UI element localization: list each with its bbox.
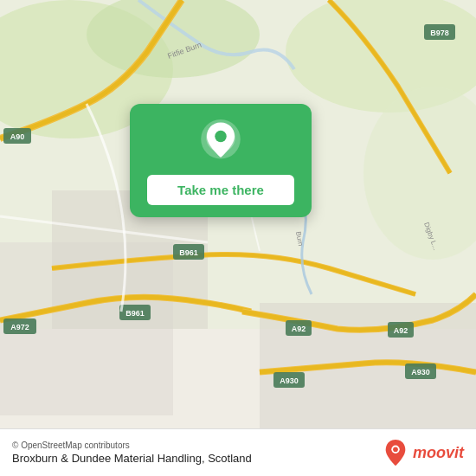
svg-point-33 <box>393 447 398 452</box>
take-me-there-button[interactable]: Take me there <box>147 175 294 205</box>
map-svg: A90 B978 B961 B961 A972 A92 A92 <box>0 0 476 476</box>
svg-text:B978: B978 <box>430 29 449 37</box>
svg-text:B961: B961 <box>125 309 145 318</box>
moovit-pin-icon <box>383 438 408 467</box>
moovit-logo[interactable]: moovit <box>383 438 464 467</box>
location-name: Broxburn & Dundee Material Handling, Sco… <box>12 452 252 465</box>
location-card: Take me there <box>130 104 312 217</box>
svg-text:A92: A92 <box>394 326 408 335</box>
svg-text:A92: A92 <box>292 325 306 333</box>
svg-point-31 <box>215 131 227 143</box>
bottom-left: © OpenStreetMap contributors Broxburn & … <box>12 441 252 465</box>
svg-text:A972: A972 <box>10 323 29 331</box>
svg-text:A90: A90 <box>10 132 25 141</box>
map-container: A90 B978 B961 B961 A972 A92 A92 <box>0 0 476 476</box>
svg-text:A930: A930 <box>280 376 299 385</box>
svg-text:A930: A930 <box>411 368 430 376</box>
osm-attribution: © OpenStreetMap contributors <box>12 441 252 450</box>
svg-text:B961: B961 <box>179 248 198 257</box>
location-pin-icon <box>197 119 244 166</box>
moovit-text: moovit <box>413 444 464 462</box>
bottom-bar: © OpenStreetMap contributors Broxburn & … <box>0 428 476 476</box>
